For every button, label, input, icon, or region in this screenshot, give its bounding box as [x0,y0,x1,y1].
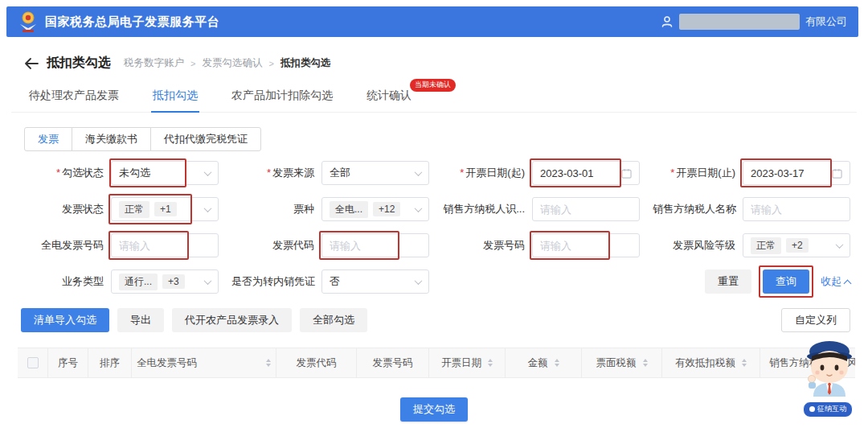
company-name-suffix[interactable]: 有限公司 [805,14,847,29]
invoice-status-select[interactable]: 正常 +1 [111,197,219,221]
tab-statistics-confirmation-label: 统计确认 [366,88,411,101]
doc-type-invoice[interactable]: 发票 [24,127,72,151]
invoice-number-input-wrap [532,233,640,257]
selected-tag: 全电... [330,201,368,218]
collapse-label: 收起 [821,274,841,289]
business-type-select[interactable]: 通行... +3 [111,269,219,294]
selected-value: 否 [330,274,340,289]
field-digital-invoice-number: 全电发票号码 [21,233,219,257]
field-date-to: *开票日期(止) 2023-03-17 [653,161,850,185]
custom-columns-button[interactable]: 自定义列 [781,308,850,332]
digital-invoice-number-input-wrap [111,233,219,257]
field-label: 全电发票号码 [21,238,111,253]
tab-agri-additional-deduction[interactable]: 农产品加计扣除勾选 [230,84,334,111]
tab-deduction-selection[interactable]: 抵扣勾选 [151,84,199,113]
seller-name-input[interactable] [751,204,842,216]
assistant-badge[interactable]: 征纳互动 [803,401,853,418]
invoice-kind-select[interactable]: 全电... +12 [321,197,429,221]
sort-icon[interactable] [643,359,648,367]
field-invoice-status: 发票状态 正常 +1 [21,197,219,221]
field-invoice-kind: 票种 全电... +12 [231,197,429,221]
import-list-select-button[interactable]: 清单导入勾选 [21,308,109,332]
invoice-code-input[interactable] [330,240,421,252]
doc-type-switch: 发票 海关缴款书 代扣代缴完税凭证 [24,127,261,151]
field-label: 发票状态 [21,202,111,216]
domestic-transfer-select[interactable]: 否 [321,269,429,294]
header-cell-index: 序号 [48,348,88,377]
doc-type-customs-payment[interactable]: 海关缴款书 [72,127,151,151]
required-mark: * [56,167,60,179]
date-from-picker[interactable]: 2023-03-01 [532,161,640,185]
seller-tax-id-input-wrap [532,197,640,221]
breadcrumb-item[interactable]: 发票勾选确认 [202,56,262,70]
seller-name-input-wrap [743,197,850,221]
header-cell-checkbox [18,348,48,377]
calendar-icon [621,168,632,179]
header-cell-invoice-number: 发票号码 [357,348,429,377]
chevron-down-icon [415,204,423,212]
back-arrow-icon[interactable] [24,58,39,69]
required-mark: * [670,167,674,179]
doc-type-withholding-certificate[interactable]: 代扣代缴完税凭证 [150,127,261,151]
select-all-button[interactable]: 全部勾选 [300,308,367,332]
risk-level-select[interactable]: 正常 +2 [743,233,850,257]
unconfirmed-badge: 当期未确认 [410,79,456,92]
assistant-badge-label: 征纳互动 [817,405,846,413]
field-seller-name: 销售方纳税人名称 [653,197,850,221]
chevron-down-icon [836,241,844,249]
reset-button[interactable]: 重置 [705,269,751,294]
export-button[interactable]: 导出 [117,308,164,332]
tab-statistics-confirmation[interactable]: 统计确认 当期未确认 [365,84,413,111]
submit-selection-button[interactable]: 提交勾选 [400,397,468,422]
chevron-down-icon [204,277,212,285]
date-to-picker[interactable]: 2023-03-17 [743,161,850,185]
breadcrumb-separator: > [268,59,273,68]
calendar-icon [832,168,842,179]
assistant-widget[interactable]: 征纳互动 [792,337,863,418]
field-label: 销售方纳税人名称 [653,202,743,216]
field-check-status: *勾选状态 未勾选 [21,161,219,185]
page-title: 抵扣类勾选 [47,55,111,72]
breadcrumb-item[interactable]: 税务数字账户 [124,56,184,70]
field-label: 是否为转内销凭证 [231,274,321,289]
digital-invoice-number-input[interactable] [119,240,211,252]
check-status-select[interactable]: 未勾选 [111,161,219,185]
select-all-checkbox[interactable] [27,357,39,368]
header-cell-invoice-date[interactable]: 开票日期 [429,348,506,377]
query-button[interactable]: 查询 [763,269,809,294]
seller-tax-id-input[interactable] [540,204,632,216]
header-cell-effective-deduction-tax[interactable]: 有效抵扣税额 [662,348,760,377]
field-label: 发票来源 [272,167,314,179]
field-invoice-number: 发票号码 [442,233,640,257]
sort-icon[interactable] [555,359,559,367]
invoice-number-input[interactable] [540,240,632,252]
field-seller-tax-id: 销售方纳税人识... [442,197,640,221]
overflow-count-tag: +1 [154,202,177,216]
header-cell-digital-invoice-number[interactable]: 全电发票号码 [132,348,276,377]
main-tabs: 待处理农产品发票 抵扣勾选 农产品加计扣除勾选 统计确认 当期未确认 [11,84,857,113]
header-cell-sort: 排序 [88,348,132,377]
header-cell-face-tax[interactable]: 票面税额 [582,348,662,377]
invoice-table-header: 序号 排序 全电发票号码 发票代码 发票号码 开票日期 金额 票面税额 有效抵扣… [18,348,855,378]
tab-pending-agri-invoices[interactable]: 待处理农产品发票 [27,84,121,111]
selected-value: 全部 [330,166,350,180]
collapse-link[interactable]: 收起 [821,274,850,289]
form-actions: 重置 查询 收起 [442,269,850,294]
electronic-invoice-service-platform: 国家税务总局电子发票服务平台 有限公司 抵扣类勾选 税务数字账户 > 发票勾选确… [0,0,868,432]
agri-invoice-entry-button[interactable]: 代开农产品发票录入 [172,308,292,332]
header-cell-amount[interactable]: 金额 [506,348,582,377]
breadcrumb-separator: > [190,59,195,68]
selected-tag: 正常 [119,201,149,218]
chevron-down-icon [204,204,212,212]
sort-icon[interactable] [488,359,493,367]
sort-icon[interactable] [266,359,271,367]
field-invoice-source: *发票来源 全部 [231,161,429,185]
field-label: 发票号码 [442,238,532,253]
sort-icon[interactable] [742,359,747,367]
date-value: 2023-03-17 [751,167,805,179]
field-label: 发票风险等级 [653,238,743,253]
invoice-source-select[interactable]: 全部 [321,161,429,185]
selected-value: 未勾选 [119,166,150,180]
date-value: 2023-03-01 [540,167,594,179]
chevron-down-icon [415,277,423,285]
